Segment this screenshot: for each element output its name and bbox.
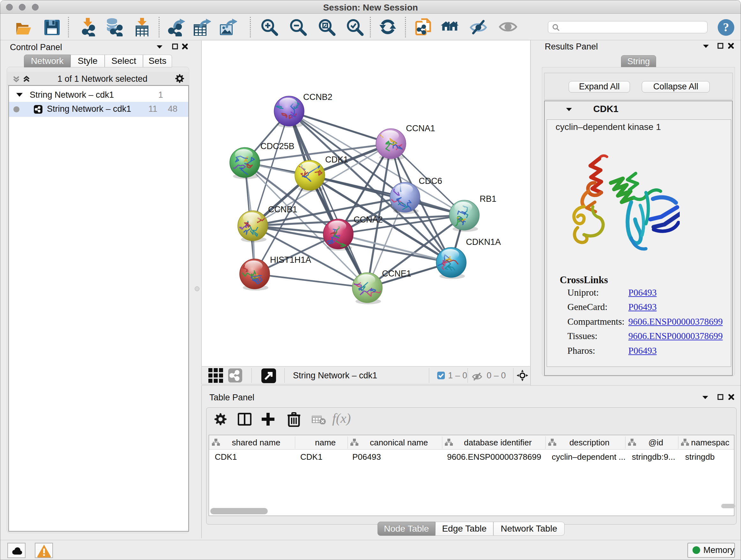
svg-text:CDK1: CDK1 (325, 155, 348, 165)
svg-text:CDC6: CDC6 (419, 176, 442, 186)
svg-text:CCNB1: CCNB1 (268, 205, 297, 214)
svg-text:CDKN1A: CDKN1A (466, 237, 501, 247)
svg-text:RB1: RB1 (480, 194, 496, 204)
svg-text:CDC25B: CDC25B (260, 141, 294, 151)
svg-text:CCNA1: CCNA1 (406, 124, 435, 133)
svg-text:CCNE1: CCNE1 (382, 269, 411, 278)
svg-text:CCNB2: CCNB2 (303, 92, 333, 102)
svg-text:?: ? (723, 20, 729, 34)
svg-text:HIST1H1A: HIST1H1A (270, 255, 311, 265)
svg-text:CCNA2: CCNA2 (354, 215, 383, 225)
